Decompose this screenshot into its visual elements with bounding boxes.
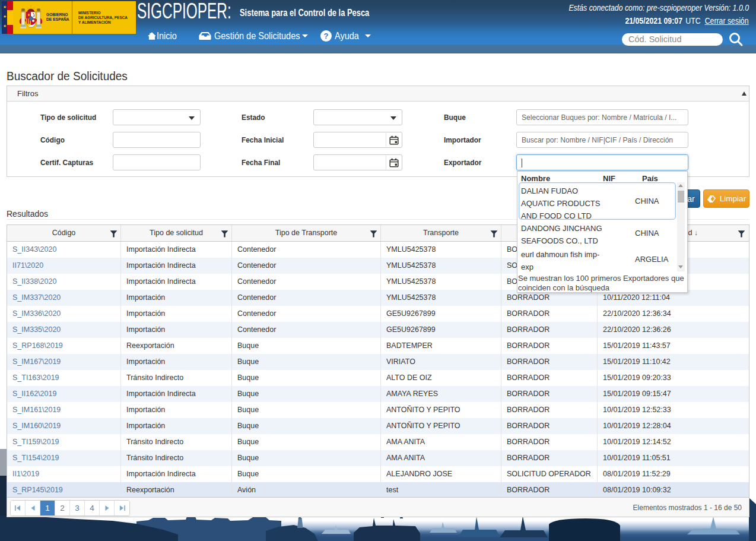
svg-text:?: ? — [324, 31, 329, 40]
